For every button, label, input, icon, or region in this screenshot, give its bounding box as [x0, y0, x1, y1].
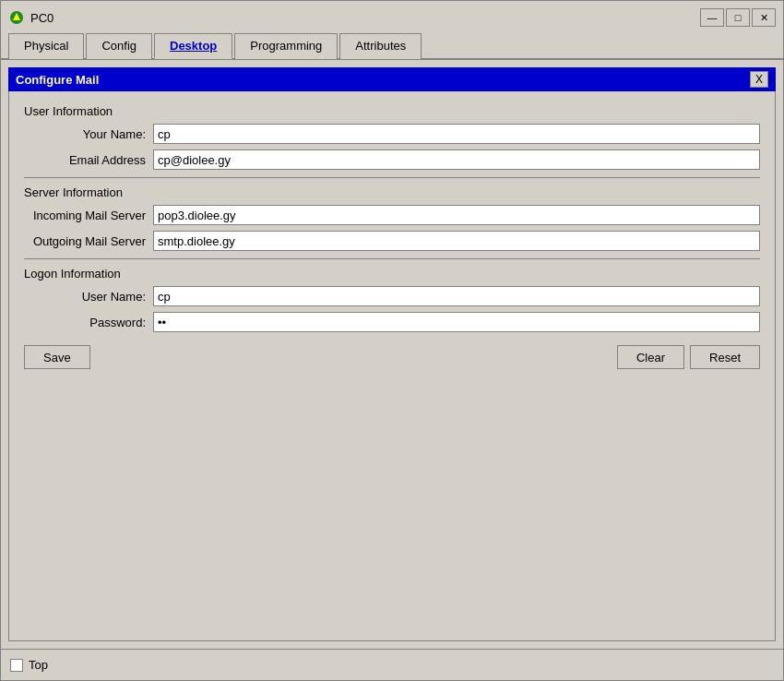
- top-checkbox[interactable]: [10, 659, 23, 672]
- title-bar: PC0 — □ ✕: [1, 1, 783, 32]
- window-title: PC0: [30, 11, 53, 25]
- incoming-mail-input[interactable]: [153, 205, 760, 225]
- outgoing-mail-label: Outgoing Mail Server: [24, 234, 153, 248]
- btn-group-right: Clear Reset: [617, 345, 760, 369]
- your-name-input[interactable]: [153, 124, 760, 144]
- reset-button[interactable]: Reset: [690, 345, 760, 369]
- tab-programming[interactable]: Programming: [234, 33, 338, 59]
- your-name-label: Your Name:: [24, 127, 153, 141]
- password-input[interactable]: [153, 312, 760, 332]
- bottom-bar: Top: [1, 649, 783, 680]
- minimize-button[interactable]: —: [700, 8, 724, 27]
- tab-desktop[interactable]: Desktop: [154, 33, 232, 59]
- outgoing-mail-input[interactable]: [153, 231, 760, 251]
- clear-button[interactable]: Clear: [617, 345, 684, 369]
- logon-information-section-label: Logon Information: [24, 267, 760, 281]
- username-label: User Name:: [24, 290, 153, 304]
- top-label: Top: [29, 658, 48, 672]
- divider-2: [24, 258, 760, 259]
- configure-mail-title: Configure Mail: [16, 73, 99, 87]
- configure-mail-header: Configure Mail X: [8, 67, 776, 91]
- password-row: Password:: [24, 312, 760, 332]
- incoming-mail-label: Incoming Mail Server: [24, 209, 153, 222]
- main-window: PC0 — □ ✕ Physical Config Desktop Progra…: [0, 0, 784, 681]
- user-information-section-label: User Information: [24, 104, 760, 118]
- username-input[interactable]: [153, 286, 760, 306]
- content-area: Configure Mail X User Information Your N…: [1, 60, 783, 649]
- your-name-row: Your Name:: [24, 124, 760, 144]
- email-input[interactable]: [153, 149, 760, 170]
- close-button[interactable]: ✕: [752, 8, 776, 27]
- buttons-row: Save Clear Reset: [24, 345, 760, 369]
- title-bar-controls: — □ ✕: [700, 8, 776, 27]
- save-button[interactable]: Save: [24, 345, 90, 369]
- app-icon: [8, 9, 25, 26]
- form-panel: User Information Your Name: Email Addres…: [8, 91, 776, 641]
- configure-mail-close-button[interactable]: X: [750, 71, 768, 88]
- tab-physical[interactable]: Physical: [8, 33, 84, 59]
- server-information-section-label: Server Information: [24, 185, 760, 199]
- username-row: User Name:: [24, 286, 760, 306]
- tab-bar: Physical Config Desktop Programming Attr…: [1, 32, 783, 60]
- title-bar-left: PC0: [8, 9, 53, 26]
- outgoing-mail-row: Outgoing Mail Server: [24, 231, 760, 251]
- tab-attributes[interactable]: Attributes: [339, 33, 422, 59]
- incoming-mail-row: Incoming Mail Server: [24, 205, 760, 225]
- password-label: Password:: [24, 316, 153, 329]
- maximize-button[interactable]: □: [726, 8, 750, 27]
- email-row: Email Address: [24, 149, 760, 170]
- email-label: Email Address: [24, 153, 153, 167]
- divider-1: [24, 177, 760, 178]
- tab-config[interactable]: Config: [86, 33, 152, 59]
